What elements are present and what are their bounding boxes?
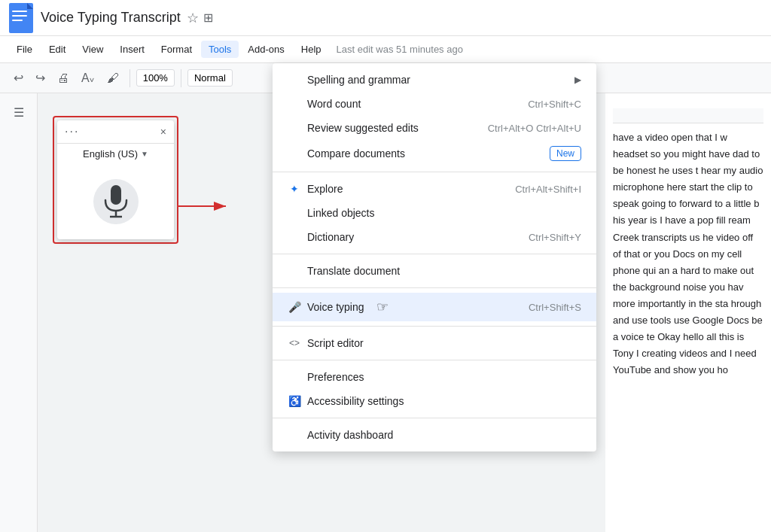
redo-button[interactable]: ↪ — [31, 68, 50, 88]
document-title: Voice Typing Transcript — [41, 10, 181, 26]
style-selector[interactable]: Normal — [187, 69, 233, 87]
dictionary-label: Dictionary — [307, 231, 354, 243]
explore-shortcut: Ctrl+Alt+Shift+I — [515, 184, 581, 195]
menu-option-review[interactable]: Review suggested edits Ctrl+Alt+O Ctrl+A… — [273, 116, 596, 140]
voicetyping-icon: 🎤 — [288, 301, 301, 313]
linked-label: Linked objects — [307, 207, 375, 219]
svg-rect-3 — [12, 20, 23, 21]
accessibility-icon: ♿ — [288, 395, 301, 407]
preferences-label: Preferences — [307, 371, 364, 383]
zoom-selector[interactable]: 100% — [136, 69, 175, 87]
spelling-label: Spelling and grammar — [307, 74, 410, 86]
wordcount-label: Word count — [307, 98, 361, 110]
microphone-button[interactable] — [93, 179, 139, 224]
wordcount-shortcut: Ctrl+Shift+C — [528, 99, 581, 110]
menu-option-dictionary[interactable]: Dictionary Ctrl+Shift+Y — [273, 225, 596, 249]
voice-mic-area — [57, 164, 174, 239]
new-badge: New — [550, 146, 581, 161]
voice-widget-wrapper: ··· × English (US) ▼ — [53, 116, 178, 517]
voice-widget-header: ··· × — [57, 120, 174, 144]
print-button[interactable]: 🖨 — [53, 68, 74, 88]
language-dropdown-arrow: ▼ — [141, 150, 148, 158]
svg-rect-1 — [12, 11, 27, 12]
cursor-icon: ☞ — [376, 299, 389, 315]
compare-label: Compare documents — [307, 147, 405, 160]
review-shortcut: Ctrl+Alt+O Ctrl+Alt+U — [488, 123, 581, 134]
voicetyping-shortcut: Ctrl+Shift+S — [529, 302, 581, 313]
voicetyping-label: Voice typing — [307, 301, 364, 313]
toolbar-separator-1 — [130, 69, 130, 87]
menu-option-translate[interactable]: Translate document — [273, 259, 596, 283]
ruler — [613, 108, 763, 123]
menu-separator-5 — [273, 360, 596, 360]
toolbar-separator-2 — [181, 69, 181, 87]
arrow-pointer — [173, 191, 233, 221]
menu-option-linked[interactable]: Linked objects — [273, 201, 596, 225]
menu-separator-4 — [273, 326, 596, 327]
menu-bar: File Edit View Insert Format Tools Add-o… — [0, 36, 771, 63]
menu-separator-6 — [273, 418, 596, 418]
voice-widget-border: ··· × English (US) ▼ — [53, 116, 178, 244]
voice-language-label: English (US) — [83, 148, 138, 160]
menu-option-script[interactable]: <> Script editor — [273, 331, 596, 355]
tools-dropdown-menu: Spelling and grammar ▶ Word count Ctrl+S… — [273, 63, 596, 451]
menu-separator-3 — [273, 287, 596, 288]
document-text-area: have a video open that I w headset so yo… — [605, 93, 771, 532]
activity-label: Activity dashboard — [307, 429, 393, 441]
svg-rect-5 — [111, 185, 121, 205]
document-content: have a video open that I w headset so yo… — [613, 129, 763, 378]
sidebar-outline-icon[interactable]: ☰ — [8, 101, 30, 123]
spell-check-button[interactable]: Aᵥ — [77, 68, 99, 88]
spelling-arrow: ▶ — [574, 74, 581, 85]
left-sidebar: ☰ — [0, 93, 38, 532]
explore-icon: ✦ — [288, 183, 301, 195]
menu-edit[interactable]: Edit — [41, 41, 73, 58]
paint-format-button[interactable]: 🖌 — [102, 68, 123, 88]
menu-tools[interactable]: Tools — [201, 41, 239, 58]
menu-insert[interactable]: Insert — [112, 41, 152, 58]
explore-label: Explore — [307, 183, 343, 195]
menu-option-voicetyping[interactable]: 🎤 Voice typing ☞ Ctrl+Shift+S — [273, 293, 596, 321]
menu-separator-1 — [273, 172, 596, 172]
star-icon[interactable]: ☆ — [187, 10, 199, 26]
voice-widget: ··· × English (US) ▼ — [57, 120, 174, 239]
menu-format[interactable]: Format — [154, 41, 200, 58]
title-bar: Voice Typing Transcript ☆ ⊞ — [0, 0, 771, 36]
menu-view[interactable]: View — [75, 41, 111, 58]
menu-option-explore[interactable]: ✦ Explore Ctrl+Alt+Shift+I — [273, 177, 596, 201]
microphone-icon — [102, 184, 130, 220]
menu-addons[interactable]: Add-ons — [240, 41, 291, 58]
voice-widget-close-button[interactable]: × — [160, 126, 166, 138]
menu-option-preferences[interactable]: Preferences — [273, 365, 596, 389]
review-label: Review suggested edits — [307, 122, 419, 134]
translate-label: Translate document — [307, 265, 400, 277]
title-actions: ☆ ⊞ — [187, 10, 213, 26]
script-label: Script editor — [307, 337, 364, 349]
menu-help[interactable]: Help — [294, 41, 329, 58]
menu-option-activity[interactable]: Activity dashboard — [273, 423, 596, 447]
menu-option-spelling[interactable]: Spelling and grammar ▶ — [273, 68, 596, 92]
voice-widget-menu-dots[interactable]: ··· — [65, 125, 79, 138]
svg-rect-2 — [12, 15, 27, 17]
menu-option-wordcount[interactable]: Word count Ctrl+Shift+C — [273, 92, 596, 116]
accessibility-label: Accessibility settings — [307, 395, 404, 407]
script-icon: <> — [288, 338, 301, 348]
voice-language-selector[interactable]: English (US) ▼ — [57, 144, 174, 164]
undo-button[interactable]: ↩ — [9, 68, 28, 88]
menu-separator-2 — [273, 254, 596, 254]
menu-option-compare[interactable]: Compare documents New — [273, 140, 596, 167]
menu-file[interactable]: File — [9, 41, 40, 58]
menu-option-accessibility[interactable]: ♿ Accessibility settings — [273, 389, 596, 413]
drive-icon[interactable]: ⊞ — [203, 11, 213, 25]
last-edit-text: Last edit was 51 minutes ago — [337, 44, 463, 55]
dictionary-shortcut: Ctrl+Shift+Y — [529, 232, 581, 243]
doc-icon — [9, 3, 33, 33]
